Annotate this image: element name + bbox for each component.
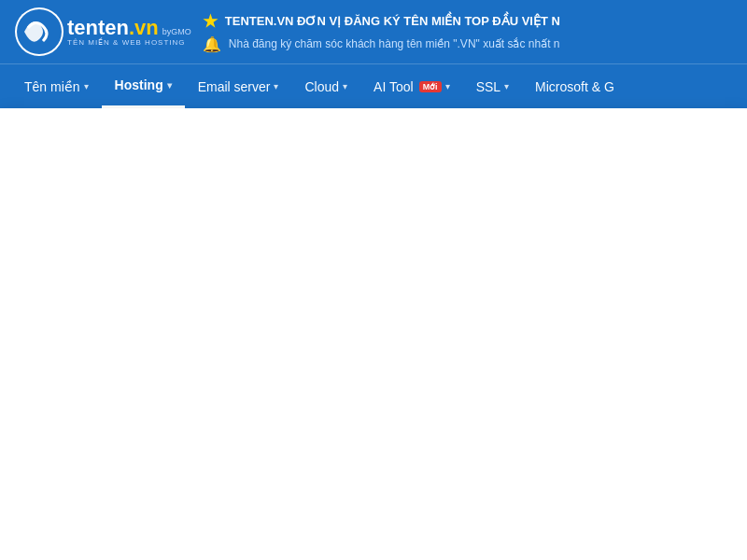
chevron-down-icon: ▾ xyxy=(84,81,89,91)
logo-icon xyxy=(15,7,63,56)
logo-tagline: TÊN MIỀN & WEB HOSTING xyxy=(67,38,191,47)
chevron-down-icon: ▾ xyxy=(343,81,347,91)
nav-item-ten-mien[interactable]: Tên miền ▾ xyxy=(11,66,102,107)
logo-name: tenten xyxy=(67,18,129,38)
chevron-down-icon: ▾ xyxy=(504,81,509,91)
chevron-down-icon: ▾ xyxy=(167,80,172,91)
logo-vn: .vn xyxy=(129,18,159,38)
logo-text: tenten .vn byGMO TÊN MIỀN & WEB HOSTING xyxy=(67,18,191,47)
logo-gmo: byGMO xyxy=(162,27,191,36)
logo-area: tenten .vn byGMO TÊN MIỀN & WEB HOSTING xyxy=(15,7,191,56)
nav-item-ssl[interactable]: SSL ▾ xyxy=(463,66,522,107)
star-icon: ★ xyxy=(203,11,218,32)
navbar: Tên miền ▾ Hosting ▾ Email server ▾ Clou… xyxy=(0,63,747,108)
nav-item-ai-tool[interactable]: AI Tool Mới ▾ xyxy=(360,66,463,107)
nav-item-email-server[interactable]: Email server ▾ xyxy=(185,66,292,107)
bell-icon: 🔔 xyxy=(203,35,221,53)
nav-item-cloud[interactable]: Cloud ▾ xyxy=(291,66,360,107)
new-badge: Mới xyxy=(419,81,442,92)
top-banner: tenten .vn byGMO TÊN MIỀN & WEB HOSTING … xyxy=(0,0,747,63)
chevron-down-icon: ▾ xyxy=(445,81,450,91)
nav-item-hosting[interactable]: Hosting ▾ xyxy=(102,64,185,108)
banner-promo: ★ TENTEN.VN ĐƠN VỊ ĐĂNG KÝ TÊN MIỀN TOP … xyxy=(203,11,732,53)
banner-line2: 🔔 Nhà đăng ký chăm sóc khách hàng tên mi… xyxy=(203,35,732,53)
chevron-down-icon: ▾ xyxy=(274,81,278,91)
banner-line1: ★ TENTEN.VN ĐƠN VỊ ĐĂNG KÝ TÊN MIỀN TOP … xyxy=(203,11,732,32)
nav-item-microsoft[interactable]: Microsoft & G xyxy=(522,66,627,107)
